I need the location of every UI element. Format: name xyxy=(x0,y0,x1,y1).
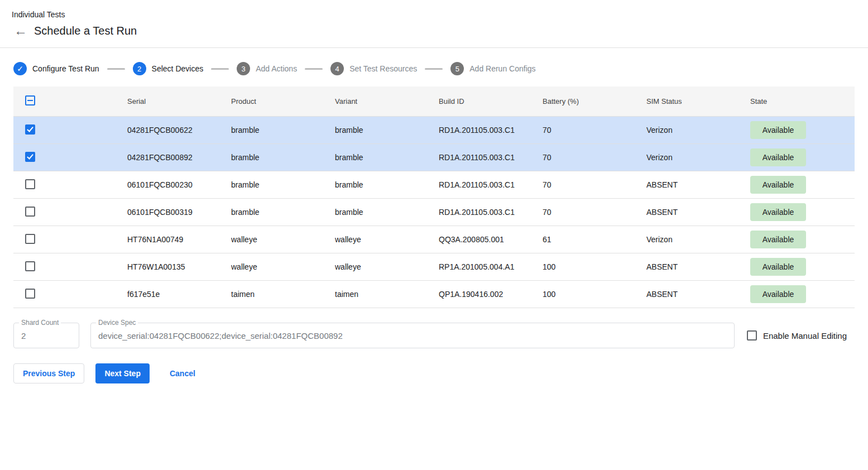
state-badge: Available xyxy=(750,231,806,248)
page-header: Individual Tests ← Schedule a Test Run xyxy=(0,0,868,47)
state-badge: Available xyxy=(750,258,806,276)
step-4-label: Set Test Resources xyxy=(349,64,417,73)
step-1-circle xyxy=(13,62,27,75)
page-title: Schedule a Test Run xyxy=(34,25,137,37)
row-checkbox[interactable] xyxy=(25,289,35,299)
cell-build-id: QP1A.190416.002 xyxy=(439,290,543,299)
cell-product: bramble xyxy=(231,208,335,217)
cell-sim-status: ABSENT xyxy=(646,180,750,189)
enable-manual-editing-checkbox[interactable] xyxy=(747,330,757,340)
cell-build-id: RD1A.201105.003.C1 xyxy=(439,153,543,162)
cell-product: bramble xyxy=(231,180,335,189)
cell-serial: 04281FQCB00892 xyxy=(127,153,231,162)
cell-serial: HT76N1A00749 xyxy=(127,235,231,244)
table-row[interactable]: 06101FQCB00319 bramble bramble RD1A.2011… xyxy=(13,199,855,226)
column-header-serial: Serial xyxy=(127,97,231,105)
cell-sim-status: ABSENT xyxy=(646,208,750,217)
previous-step-button[interactable]: Previous Step xyxy=(13,363,84,383)
row-checkbox[interactable] xyxy=(25,234,35,244)
device-selection-form: Shard Count Device Spec Enable Manual Ed… xyxy=(13,323,855,348)
cell-build-id: RD1A.201105.003.C1 xyxy=(439,126,543,135)
step-set-test-resources: 4 Set Test Resources xyxy=(330,62,417,75)
state-badge: Available xyxy=(750,148,806,166)
table-row[interactable]: HT76N1A00749 walleye walleye QQ3A.200805… xyxy=(13,226,855,253)
cell-serial: 06101FQCB00319 xyxy=(127,208,231,217)
cell-variant: walleye xyxy=(335,262,439,271)
shard-count-field: Shard Count xyxy=(13,323,79,348)
state-badge: Available xyxy=(750,203,806,221)
cell-battery: 100 xyxy=(543,290,646,299)
step-add-rerun-configs: 5 Add Rerun Configs xyxy=(450,62,535,75)
cell-sim-status: ABSENT xyxy=(646,262,750,271)
step-connector xyxy=(107,68,125,70)
action-bar: Previous Step Next Step Cancel xyxy=(13,363,855,383)
cell-product: walleye xyxy=(231,235,335,244)
shard-count-label: Shard Count xyxy=(19,319,61,327)
cell-serial: 06101FQCB00230 xyxy=(127,180,231,189)
column-header-state: State xyxy=(750,97,855,105)
cell-product: taimen xyxy=(231,290,335,299)
cell-battery: 61 xyxy=(543,235,646,244)
cell-variant: bramble xyxy=(335,153,439,162)
step-configure-test-run[interactable]: Configure Test Run xyxy=(13,62,99,75)
cell-sim-status: Verizon xyxy=(646,153,750,162)
table-header-row: Serial Product Variant Build ID Battery … xyxy=(13,87,855,117)
cell-battery: 70 xyxy=(543,180,646,189)
cell-sim-status: ABSENT xyxy=(646,290,750,299)
step-connector xyxy=(305,68,323,70)
cell-product: walleye xyxy=(231,262,335,271)
cell-sim-status: Verizon xyxy=(646,126,750,135)
select-all-checkbox[interactable] xyxy=(25,95,35,105)
step-connector xyxy=(211,68,229,70)
cell-battery: 70 xyxy=(543,208,646,217)
step-connector xyxy=(425,68,443,70)
cell-build-id: RP1A.201005.004.A1 xyxy=(439,262,543,271)
step-2-circle: 2 xyxy=(133,62,146,75)
table-row[interactable]: 04281FQCB00892 bramble bramble RD1A.2011… xyxy=(13,144,855,171)
device-table: Serial Product Variant Build ID Battery … xyxy=(13,87,855,308)
step-select-devices[interactable]: 2 Select Devices xyxy=(133,62,204,75)
step-3-label: Add Actions xyxy=(256,64,297,73)
cell-build-id: RD1A.201105.003.C1 xyxy=(439,208,543,217)
row-checkbox[interactable] xyxy=(25,207,35,217)
cell-variant: taimen xyxy=(335,290,439,299)
row-checkbox[interactable] xyxy=(25,124,35,135)
cell-battery: 70 xyxy=(543,126,646,135)
cell-variant: walleye xyxy=(335,235,439,244)
cell-variant: bramble xyxy=(335,126,439,135)
row-checkbox[interactable] xyxy=(25,179,35,189)
row-checkbox[interactable] xyxy=(25,152,35,162)
row-checkbox[interactable] xyxy=(25,261,35,271)
step-4-circle: 4 xyxy=(330,62,344,75)
shard-count-input[interactable] xyxy=(14,323,79,348)
step-2-label: Select Devices xyxy=(152,64,204,73)
step-add-actions: 3 Add Actions xyxy=(237,62,297,75)
table-row[interactable]: 04281FQCB00622 bramble bramble RD1A.2011… xyxy=(13,117,855,144)
cell-serial: f617e51e xyxy=(127,290,231,299)
cancel-button[interactable]: Cancel xyxy=(161,363,204,383)
state-badge: Available xyxy=(750,121,806,139)
cell-variant: bramble xyxy=(335,208,439,217)
table-row[interactable]: 06101FQCB00230 bramble bramble RD1A.2011… xyxy=(13,171,855,199)
cell-product: bramble xyxy=(231,153,335,162)
cell-build-id: RD1A.201105.003.C1 xyxy=(439,180,543,189)
table-row[interactable]: f617e51e taimen taimen QP1A.190416.002 1… xyxy=(13,281,855,308)
table-row[interactable]: HT76W1A00135 walleye walleye RP1A.201005… xyxy=(13,253,855,281)
state-badge: Available xyxy=(750,285,806,303)
enable-manual-editing-control[interactable]: Enable Manual Editing xyxy=(746,330,855,340)
column-header-build-id: Build ID xyxy=(439,97,543,105)
next-step-button[interactable]: Next Step xyxy=(95,363,150,383)
cell-variant: bramble xyxy=(335,180,439,189)
state-badge: Available xyxy=(750,176,806,194)
column-header-product: Product xyxy=(231,97,335,105)
breadcrumb: Individual Tests xyxy=(12,10,855,19)
step-5-circle: 5 xyxy=(450,62,464,75)
cell-serial: 04281FQCB00622 xyxy=(127,126,231,135)
back-button[interactable]: ← xyxy=(14,24,27,37)
stepper: Configure Test Run 2 Select Devices 3 Ad… xyxy=(0,48,868,87)
cell-sim-status: Verizon xyxy=(646,235,750,244)
cell-build-id: QQ3A.200805.001 xyxy=(439,235,543,244)
cell-product: bramble xyxy=(231,126,335,135)
device-spec-input[interactable] xyxy=(91,323,734,348)
column-header-sim-status: SIM Status xyxy=(646,97,750,105)
